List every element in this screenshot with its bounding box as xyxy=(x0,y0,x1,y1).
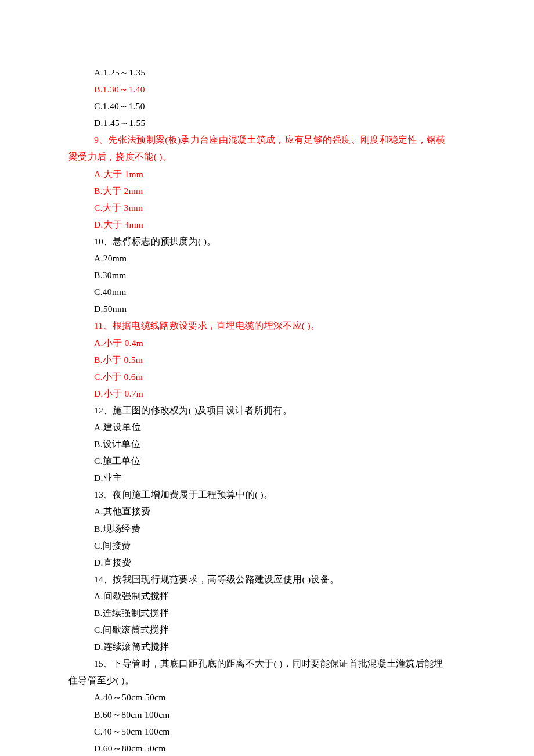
text-line: D.50mm xyxy=(68,300,466,317)
text-line: 9、先张法预制梁(板)承力台座由混凝土筑成，应有足够的强度、刚度和稳定性，钢横 xyxy=(68,131,466,148)
text-line: C.小于 0.6m xyxy=(68,368,466,385)
text-line: C.40mm xyxy=(68,283,466,300)
text-line: B.小于 0.5m xyxy=(68,351,466,368)
text-line: D.业主 xyxy=(68,469,466,486)
text-line: B.1.30～1.40 xyxy=(68,81,466,98)
text-line: D.连续滚筒式搅拌 xyxy=(68,638,466,655)
text-line: C.间接费 xyxy=(68,537,466,554)
text-line: A.大于 1mm xyxy=(68,165,466,182)
text-line: C.大于 3mm xyxy=(68,199,466,216)
text-line: A.小于 0.4m xyxy=(68,334,466,351)
text-line: C.施工单位 xyxy=(68,452,466,469)
text-line: 14、按我国现行规范要求，高等级公路建设应使用( )设备。 xyxy=(68,571,466,588)
text-line: C.40～50cm 100cm xyxy=(68,723,466,740)
text-line: A.其他直接费 xyxy=(68,503,466,520)
text-line: B.设计单位 xyxy=(68,435,466,452)
text-line: B.大于 2mm xyxy=(68,182,466,199)
text-line: 13、夜间施工增加费属于工程预算中的( )。 xyxy=(68,486,466,503)
text-line: 梁受力后，挠度不能( )。 xyxy=(68,148,466,165)
text-line: D.小于 0.7m xyxy=(68,385,466,402)
text-line: C.间歇滚筒式搅拌 xyxy=(68,621,466,638)
text-line: A.40～50cm 50cm xyxy=(68,689,466,705)
text-line: A.建设单位 xyxy=(68,419,466,435)
text-line: B.连续强制式搅拌 xyxy=(68,604,466,621)
text-line: 11、根据电缆线路敷设要求，直埋电缆的埋深不应( )。 xyxy=(68,317,466,334)
text-line: D.1.45～1.55 xyxy=(68,114,466,131)
text-line: D.大于 4mm xyxy=(68,216,466,233)
text-line: B.30mm xyxy=(68,267,466,283)
document-page: A.1.25～1.35B.1.30～1.40C.1.40～1.50D.1.45～… xyxy=(0,0,534,756)
text-line: C.1.40～1.50 xyxy=(68,98,466,114)
text-line: 住导管至少( )。 xyxy=(68,672,466,689)
text-line: B.60～80cm 100cm xyxy=(68,706,466,723)
text-line: B.现场经费 xyxy=(68,520,466,537)
content-body: A.1.25～1.35B.1.30～1.40C.1.40～1.50D.1.45～… xyxy=(68,64,466,756)
text-line: 10、悬臂标志的预拱度为( )。 xyxy=(68,233,466,250)
text-line: A.1.25～1.35 xyxy=(68,64,466,81)
text-line: D.直接费 xyxy=(68,554,466,571)
text-line: 12、施工图的修改权为( )及项目设计者所拥有。 xyxy=(68,402,466,419)
text-line: A.20mm xyxy=(68,250,466,267)
text-line: D.60～80cm 50cm xyxy=(68,740,466,756)
text-line: A.间歇强制式搅拌 xyxy=(68,588,466,604)
text-line: 15、下导管时，其底口距孔底的距离不大于( )，同时要能保证首批混凝土灌筑后能埋 xyxy=(68,655,466,672)
